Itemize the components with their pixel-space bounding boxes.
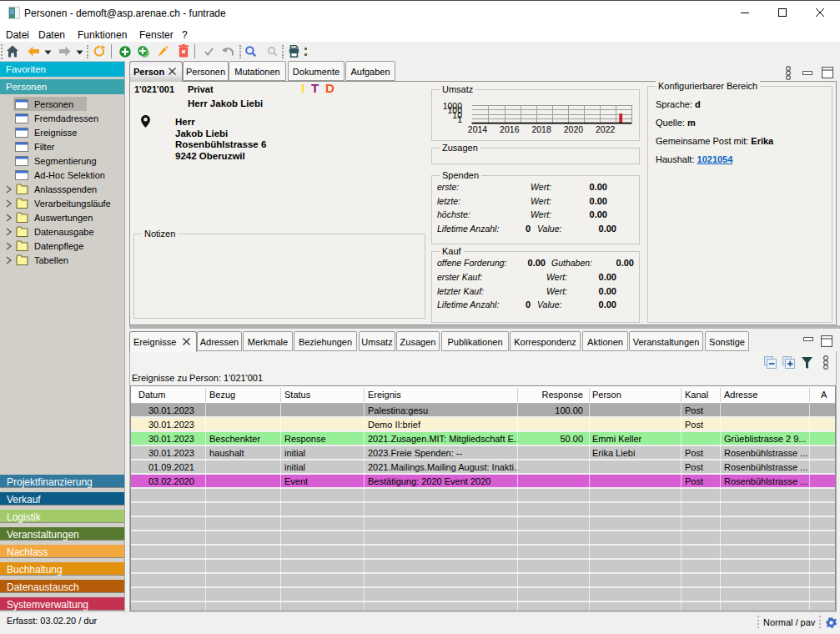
svg-text:2022: 2022 [596,124,616,134]
svg-text:2014: 2014 [468,124,488,134]
svg-text:2018: 2018 [531,124,551,134]
svg-text:2016: 2016 [500,124,520,134]
svg-text:1: 1 [457,114,462,124]
svg-text:2020: 2020 [564,124,584,134]
